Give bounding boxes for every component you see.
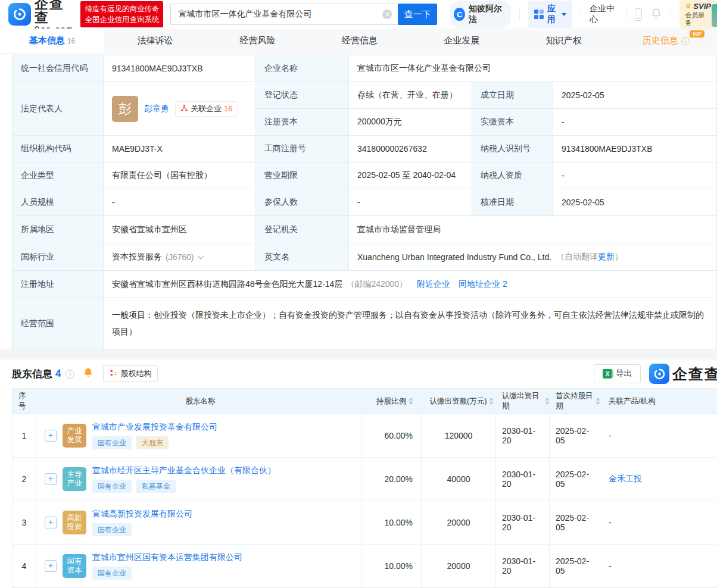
field-value: 宣城市市区一体化产业基金有限公司 [349,55,717,82]
field-value: 安徽省宣城市宣州区 [104,216,256,243]
enterprise-center-link[interactable]: 企业中心 [590,4,618,25]
shareholders-header: 股东信息 4 i 股权结构 X 导出 企查查 [0,359,717,388]
tab-basic-info[interactable]: 基本信息 16 [0,29,104,53]
info-icon[interactable]: i [66,370,74,379]
shareholder-link[interactable]: 宣城市宣州区国有资本运营集团有限公司 [92,552,242,563]
row-index: 3 [13,501,36,544]
col-first-date[interactable]: 首次持股日期 [550,389,600,414]
shareholders-title: 股东信息 [12,367,52,381]
field-value: - [553,109,717,136]
search-box: ✕ 查一下 [170,4,437,25]
header-nav: C 知彼阿尔法 应用 企业中心 ♛SVIP 会员服务 [450,0,717,29]
ratio-value: 20.00% [362,458,422,501]
col-ratio[interactable]: 持股比例 [362,389,422,414]
field-value: 宣城市市场监督管理局 [349,216,717,243]
divider [671,9,671,20]
sort-icon[interactable] [545,398,550,405]
shareholder-avatar[interactable]: 国有资本 [63,554,86,578]
brand-text[interactable]: 企查查 Qcc.com [35,0,76,32]
field-label: 注册资本 [256,109,349,136]
tab-ip[interactable]: 知识产权 [513,29,615,53]
network-icon [180,104,188,114]
field-value: 91341800MAE9DJ3TXB [104,55,256,82]
same-address-link[interactable]: 同地址企业 2 [459,279,507,290]
tab-count: 16 [67,37,75,45]
field-label: 法定代表人 [13,82,104,136]
related-companies-badge[interactable]: 关联企业 16 [175,101,238,117]
equity-structure-button[interactable]: 股权结构 [103,365,158,382]
date-value: 2030-01-20 [496,414,550,457]
shareholder-avatar[interactable]: 产业发展 [63,424,86,448]
translate-update-link[interactable]: 更新 [598,252,615,262]
tab-development[interactable]: 企业发展 [411,29,513,53]
field-label: 登记机关 [256,216,349,243]
chevron-down-icon [562,13,566,16]
shareholder-link[interactable]: 宣城市经开区主导产业基金合伙企业（有限合伙） [92,465,276,476]
zhibi-alpha-link[interactable]: C 知彼阿尔法 [450,1,510,28]
expand-button[interactable]: + [45,517,57,528]
related-product-link[interactable]: 金禾工投 [609,474,642,484]
search-button[interactable]: 查一下 [398,4,437,25]
sort-icon[interactable] [489,398,494,405]
brand-slogan: 缔造有远见的商业传奇 全国企业信用查询系统 [80,1,163,27]
expand-button[interactable]: + [45,473,57,485]
sort-icon[interactable] [596,398,600,405]
ratio-value: 10.00% [362,501,422,544]
field-value: 2025-02-05 至 2040-02-04 [349,162,472,189]
field-label: 纳税人资质 [472,162,553,189]
row-index: 4 [13,545,36,587]
qcc-logo-icon[interactable] [8,3,31,26]
legal-rep-link[interactable]: 彭章勇 [144,104,169,114]
field-label: 企业类型 [13,162,104,189]
qcc-watermark-icon [649,364,669,384]
date-value: 2030-01-20 [496,501,550,544]
related-value: - [600,545,717,587]
field-label: 登记状态 [256,82,349,109]
field-value: - [553,162,717,189]
row-index: 2 [13,458,36,501]
tab-risk[interactable]: 经营风险 [207,29,309,53]
shareholder-name-cell: + 主导产业 宣城市经开区主导产业基金合伙企业（有限合伙） 国有企业私募基金 [36,458,362,501]
field-value: 有限责任公司（国有控股） [104,162,256,189]
qcc-watermark: 企查查 [649,364,717,384]
vip-badge: VIP [690,30,704,37]
shareholder-row: 1 + 产业发展 宣城市产业发展投资基金有限公司 国有企业大股东 60.00% … [13,414,717,458]
sort-icon[interactable] [409,398,413,405]
col-date[interactable]: 认缴出资日期 [496,389,550,414]
search-input[interactable] [170,4,398,25]
tab-operation[interactable]: 经营信息 [308,29,411,53]
shareholder-link[interactable]: 宣城高新投资发展有限公司 [92,509,192,520]
shareholder-link[interactable]: 宣城市产业发展投资基金有限公司 [92,422,217,433]
field-value: 91341800MAE9DJ3TXB [553,136,717,162]
field-value: - [349,189,472,216]
col-amount[interactable]: 认缴出资额(万元) [422,389,496,414]
tab-legal[interactable]: 法律诉讼 [104,29,207,53]
mobile-app-icon[interactable] [635,8,641,21]
field-value: 存续（在营、开业、在册） [349,82,472,109]
field-value: - [104,189,256,216]
expand-button[interactable]: + [45,560,57,572]
field-label: 组织机构代码 [13,136,104,162]
nearby-companies-link[interactable]: 附近企业 [417,279,450,290]
monitor-bell-icon[interactable] [83,367,93,380]
tag-state-owned: 国有企业 [92,567,132,580]
related-value: - [600,414,717,457]
side-toolbar-edge[interactable] [712,4,717,27]
shareholder-avatar[interactable]: 高新投资 [63,511,86,534]
legal-rep-avatar[interactable]: 彭 [112,96,138,122]
chevron-down-icon[interactable] [198,252,204,259]
related-value: 金禾工投 [600,458,717,501]
shareholder-avatar[interactable]: 主导产业 [63,467,86,491]
info-icon[interactable]: i [681,37,690,45]
export-button[interactable]: X 导出 [594,364,641,383]
shareholder-row: 4 + 国有资本 宣城市宣州区国有资本运营集团有限公司 国有企业 10.00% … [13,545,717,587]
expand-button[interactable]: + [45,430,57,442]
section-tabs: 基本信息 16 法律诉讼 经营风险 经营信息 企业发展 知识产权 VIP 历史信… [0,29,717,54]
divider [519,9,520,20]
shareholder-name-cell: + 高新投资 宣城高新投资发展有限公司 国有企业 [36,501,362,544]
notification-bell-icon[interactable] [650,7,662,21]
tab-history[interactable]: VIP 历史信息 i [615,29,717,53]
col-name: 股东名称 [36,389,362,414]
shareholder-name-cell: + 产业发展 宣城市产业发展投资基金有限公司 国有企业大股东 [36,414,362,457]
apps-menu[interactable]: 应用 [528,1,572,28]
